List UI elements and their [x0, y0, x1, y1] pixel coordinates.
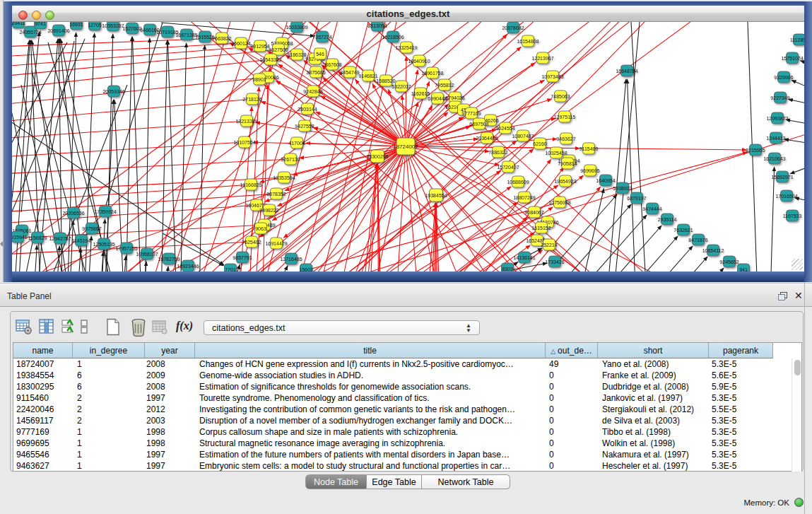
column-header-name[interactable]: name [13, 343, 73, 358]
graph-node[interactable]: 7485063 [551, 90, 570, 102]
graph-node[interactable]: 12213389 [235, 115, 257, 127]
graph-node[interactable]: 546 [314, 48, 326, 59]
graph-node[interactable]: 1145194 [72, 235, 91, 246]
vertical-scrollbar[interactable] [792, 358, 801, 472]
graph-node[interactable]: 9975867 [82, 223, 101, 234]
table-row[interactable]: 1938455462009Genome-wide association stu… [13, 370, 792, 381]
graph-node[interactable]: 2718126 [242, 93, 261, 105]
graph-node[interactable]: 8878352 [266, 188, 286, 199]
graph-node[interactable]: 7701 [225, 264, 237, 271]
network-canvas[interactable]: 2041124055724974120691406169311270510553… [12, 22, 804, 271]
column-header-title[interactable]: title [195, 343, 546, 358]
graph-node[interactable]: 1112853 [790, 34, 804, 45]
show-columns-icon[interactable] [38, 318, 55, 335]
column-header-pagerank[interactable]: pagerank [709, 343, 773, 358]
graph-node[interactable]: 9063 [255, 223, 267, 234]
graph-node[interactable]: 12505135 [93, 238, 114, 250]
graph-node[interactable]: 10756928 [548, 197, 570, 208]
graph-node[interactable]: 15603 [299, 264, 313, 271]
close-panel-icon[interactable]: ✕ [794, 290, 803, 301]
graph-node[interactable]: 18640910 [408, 55, 430, 66]
graph-node[interactable]: 10107554 [233, 136, 255, 148]
column-header-year[interactable]: year [145, 343, 195, 358]
citation-network-graph[interactable]: 2041124055724974120691406169311270510553… [12, 22, 804, 271]
graph-node[interactable]: 12213967 [531, 52, 553, 64]
graph-node[interactable]: 9227349 [770, 92, 789, 103]
graph-node[interactable]: 9115460 [579, 143, 599, 154]
function-builder-icon[interactable]: f(x) [176, 320, 193, 332]
graph-node[interactable]: 16671385 [175, 29, 197, 40]
table-row[interactable]: 1456911722003Disruption of a novel membe… [13, 415, 792, 426]
graph-node[interactable]: 8813054 [367, 22, 387, 31]
graph-node[interactable]: 18724007 [393, 138, 418, 155]
graph-node[interactable]: 1640954 [596, 175, 615, 186]
graph-node[interactable]: 9427552 [295, 120, 314, 132]
graph-node[interactable]: 9245652 [719, 256, 739, 267]
delete-icon[interactable] [130, 318, 147, 337]
table-row[interactable]: 2242004622012Investigating the contribut… [13, 404, 792, 415]
column-header-out_de[interactable]: △out_de… [546, 343, 598, 358]
graph-node[interactable]: 9699695 [580, 165, 599, 176]
graph-node[interactable]: 7955812 [435, 79, 454, 90]
graph-node[interactable]: 8912954 [250, 40, 269, 52]
graph-node[interactable]: 9146821 [358, 70, 377, 81]
table-row[interactable]: 969969511998Structural magnetic resonanc… [13, 438, 792, 449]
column-header-short[interactable]: short [598, 343, 709, 358]
graph-node[interactable]: 9857791 [233, 252, 252, 263]
graph-node[interactable]: 12975115 [554, 111, 576, 122]
graph-node[interactable]: 6990448 [428, 93, 447, 104]
float-panel-icon[interactable] [778, 292, 787, 300]
table-settings-icon[interactable] [16, 318, 33, 335]
graph-node[interactable]: 9329906 [774, 71, 793, 83]
table-row[interactable]: 1872400712008Changes of HCN gene express… [13, 358, 792, 370]
row-height-icon[interactable] [79, 318, 89, 335]
graph-node[interactable]: 17957255 [115, 243, 137, 254]
memory-ok-icon[interactable] [794, 498, 804, 507]
graph-node[interactable]: 7632621 [673, 224, 693, 235]
graph-node[interactable]: 15692971 [771, 171, 793, 182]
table-row[interactable]: 946554611997Estimation of the future num… [13, 449, 792, 460]
graph-node[interactable]: 9474444 [642, 203, 661, 214]
collapse-arrow-icon[interactable] [0, 241, 3, 247]
graph-node[interactable]: 16931 [69, 22, 83, 30]
graph-node[interactable]: 3267130 [281, 153, 300, 165]
graph-node[interactable]: 12093873 [766, 112, 788, 124]
new-document-icon[interactable] [105, 318, 121, 336]
graph-node[interactable]: 1156829 [28, 232, 47, 243]
table-row[interactable]: 911546021997Tourette syndrome. Phenomeno… [13, 392, 792, 404]
graph-node[interactable]: 7886322 [488, 146, 507, 158]
graph-node[interactable]: 9741 [35, 22, 47, 29]
graph-node[interactable]: 12942757 [49, 233, 71, 244]
graph-node[interactable]: 13353594 [273, 172, 295, 183]
graph-node[interactable]: 10553287 [102, 22, 124, 31]
network-table-select[interactable]: citations_edges.txt ▲▼ [204, 320, 480, 335]
table-row[interactable]: 977716911998Corpus callosum shape and si… [13, 426, 792, 438]
graph-node[interactable]: 16033809 [286, 22, 307, 33]
graph-node[interactable]: 16210643 [763, 153, 785, 164]
window-titlebar[interactable]: citations_edges.txt [12, 6, 804, 22]
graph-node[interactable]: 20053346 [102, 86, 124, 97]
graph-node[interactable]: 16543382 [259, 54, 281, 65]
window-resize-grip[interactable] [792, 259, 803, 270]
graph-node[interactable]: 417004 [288, 137, 305, 148]
graph-node[interactable]: 252214 [541, 239, 557, 250]
graph-node[interactable]: 8471876 [688, 234, 707, 245]
table-row[interactable]: 1830029562008Estimation of significance … [13, 381, 792, 392]
graph-node[interactable]: 1167533 [783, 210, 802, 221]
graph-node[interactable]: 20691406 [47, 25, 69, 36]
graph-node[interactable]: 19654923 [554, 175, 576, 187]
graph-node[interactable]: 10654112 [702, 245, 724, 256]
graph-node[interactable]: 10807487 [512, 130, 534, 141]
graph-node[interactable]: 19218506 [382, 31, 404, 42]
column-header-in_degree[interactable]: in_degree [73, 343, 145, 358]
graph-node[interactable]: 98901 [252, 74, 266, 85]
graph-node[interactable]: 10688609 [507, 176, 529, 187]
graph-node[interactable]: 62160 [533, 138, 547, 149]
graph-node[interactable]: 12923446 [177, 260, 199, 271]
select-rows-icon[interactable] [61, 318, 77, 335]
graph-node[interactable]: 12705 [88, 22, 102, 30]
graph-node[interactable]: 20206536 [62, 207, 84, 218]
graph-node[interactable]: 13325419 [395, 42, 417, 53]
graph-node[interactable]: 19384554 [425, 189, 447, 201]
graph-node[interactable]: 17016504 [775, 190, 797, 201]
